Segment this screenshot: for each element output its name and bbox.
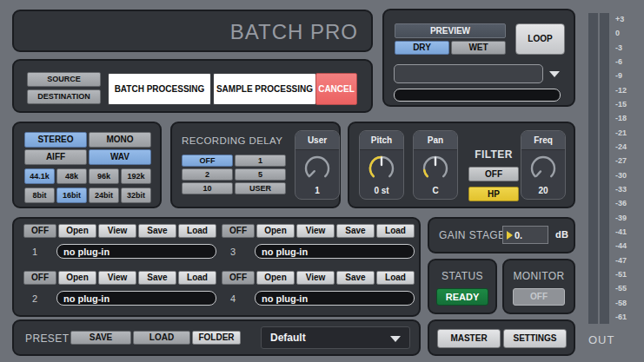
slot4-display[interactable]: no plug-in xyxy=(255,291,415,306)
bits-16-button[interactable]: 16bit xyxy=(56,188,87,203)
slot2-load-button[interactable]: Load xyxy=(178,271,216,285)
preset-label: PRESET xyxy=(25,332,69,345)
wet-button[interactable]: WET xyxy=(451,41,506,55)
file-select[interactable] xyxy=(394,64,543,83)
slot1-save-button[interactable]: Save xyxy=(138,224,176,238)
preset-save-button[interactable]: SAVE xyxy=(70,331,131,345)
master-button[interactable]: MASTER xyxy=(437,329,501,348)
slot1-off-button[interactable]: OFF xyxy=(23,224,56,238)
gain-spinner-icon[interactable] xyxy=(507,231,513,240)
pitch-knob[interactable]: Pitch 0 st xyxy=(359,130,404,200)
mono-button[interactable]: MONO xyxy=(89,132,151,148)
pitch-knob-value: 0 st xyxy=(360,186,403,195)
gain-stage-panel: GAIN STAGE 0. dB xyxy=(428,217,575,253)
slot1-view-button[interactable]: View xyxy=(98,224,136,238)
meter-tick: -61 xyxy=(615,313,640,321)
meter-tick: -15 xyxy=(615,101,640,109)
delay-5-button[interactable]: 5 xyxy=(235,168,286,181)
file-display xyxy=(394,89,561,102)
filter-off-button[interactable]: OFF xyxy=(468,167,519,181)
slot3-open-button[interactable]: Open xyxy=(256,224,295,238)
gain-value[interactable]: 0. xyxy=(515,230,522,240)
knob-dial-icon xyxy=(418,151,453,186)
meter-tick: -33 xyxy=(615,186,640,194)
meter-tick: +3 xyxy=(615,16,640,23)
status-label: STATUS xyxy=(429,270,495,282)
bits-8-button[interactable]: 8bit xyxy=(24,188,55,203)
filter-hp-button[interactable]: HP xyxy=(468,187,519,201)
slot1-load-button[interactable]: Load xyxy=(178,224,216,238)
settings-button[interactable]: SETTINGS xyxy=(503,329,567,348)
monitor-label: MONITOR xyxy=(504,270,574,282)
pan-knob-value: C xyxy=(414,186,457,195)
pan-knob[interactable]: Pan C xyxy=(413,130,458,200)
recording-delay-label: RECORDING DELAY xyxy=(182,135,282,146)
recording-delay-panel: RECORDING DELAY OFF 1 2 5 10 USER User 1 xyxy=(170,122,341,208)
rate-48k-button[interactable]: 48k xyxy=(56,168,87,184)
wav-button[interactable]: WAV xyxy=(89,149,151,165)
footer-panel: MASTER SETTINGS xyxy=(428,319,575,356)
delay-10-button[interactable]: 10 xyxy=(182,182,233,194)
rate-44k-button[interactable]: 44.1k xyxy=(24,168,55,184)
dry-button[interactable]: DRY xyxy=(395,41,449,55)
slot2-display[interactable]: no plug-in xyxy=(56,291,216,306)
meter-tick: -24 xyxy=(615,143,640,151)
meter-tick: -44 xyxy=(615,242,640,250)
slot4-open-button[interactable]: Open xyxy=(256,271,295,285)
meter-tick: -47 xyxy=(615,257,640,265)
slot2-off-button[interactable]: OFF xyxy=(23,271,56,285)
slot3-off-button[interactable]: OFF xyxy=(222,224,255,238)
slot3-display[interactable]: no plug-in xyxy=(255,244,415,259)
slot2-view-button[interactable]: View xyxy=(98,271,136,285)
loop-button[interactable]: LOOP xyxy=(515,23,565,55)
monitor-off-button[interactable]: OFF xyxy=(513,288,565,306)
freq-knob[interactable]: Freq 20 xyxy=(521,130,566,200)
preview-button[interactable]: PREVIEW xyxy=(395,23,506,38)
batch-processing-button[interactable]: BATCH PROCESSING xyxy=(108,73,211,105)
delay-off-button[interactable]: OFF xyxy=(182,155,233,167)
delay-2-button[interactable]: 2 xyxy=(182,168,233,181)
delay-1-button[interactable]: 1 xyxy=(235,155,286,167)
gain-stage-label: GAIN STAGE xyxy=(439,229,505,241)
slot1-open-button[interactable]: Open xyxy=(58,224,96,238)
file-select-chevron-icon[interactable] xyxy=(549,71,560,77)
sample-processing-button[interactable]: SAMPLE PROCESSING xyxy=(213,73,316,105)
slot4-view-button[interactable]: View xyxy=(296,271,335,285)
filter-label: FILTER xyxy=(468,148,519,161)
destination-button[interactable]: DESTINATION xyxy=(27,89,101,104)
rate-192k-button[interactable]: 192k xyxy=(121,168,151,184)
slot2-save-button[interactable]: Save xyxy=(138,271,176,285)
aiff-button[interactable]: AIFF xyxy=(24,149,87,165)
gain-unit-label: dB xyxy=(555,229,568,240)
delay-user-button[interactable]: USER xyxy=(235,182,286,194)
output-meter-right xyxy=(600,13,609,324)
effects-panel: Pitch 0 st Pan C FILTER OFF HP Freq xyxy=(348,122,575,208)
rate-96k-button[interactable]: 96k xyxy=(89,168,119,184)
slot3-save-button[interactable]: Save xyxy=(336,224,375,238)
bits-24-button[interactable]: 24bit xyxy=(89,188,119,203)
gain-input[interactable]: 0. xyxy=(502,226,548,244)
pan-knob-label: Pan xyxy=(414,131,457,150)
stereo-button[interactable]: STEREO xyxy=(24,132,87,148)
status-badge: READY xyxy=(436,288,488,306)
preset-folder-button[interactable]: FOLDER xyxy=(192,331,241,345)
meter-tick: -18 xyxy=(615,115,640,122)
slot4-load-button[interactable]: Load xyxy=(376,271,415,285)
preset-load-button[interactable]: LOAD xyxy=(133,331,190,345)
slot1-display[interactable]: no plug-in xyxy=(56,244,216,259)
slot3-load-button[interactable]: Load xyxy=(376,224,415,238)
slot4-save-button[interactable]: Save xyxy=(336,271,375,285)
preset-select-chevron-icon[interactable] xyxy=(390,336,401,342)
slot2-number: 2 xyxy=(32,293,38,304)
slot3-view-button[interactable]: View xyxy=(296,224,335,238)
slot4-off-button[interactable]: OFF xyxy=(222,271,255,285)
source-button[interactable]: SOURCE xyxy=(27,72,101,87)
freq-knob-value: 20 xyxy=(521,186,565,195)
meter-tick: -9 xyxy=(615,72,640,80)
cancel-button[interactable]: CANCEL xyxy=(315,73,357,105)
meter-tick: -39 xyxy=(615,214,640,222)
slot2-open-button[interactable]: Open xyxy=(58,271,96,285)
user-delay-knob[interactable]: User 1 xyxy=(295,130,340,200)
bits-32-button[interactable]: 32bit xyxy=(121,188,151,203)
preset-select[interactable]: Default xyxy=(261,326,410,349)
